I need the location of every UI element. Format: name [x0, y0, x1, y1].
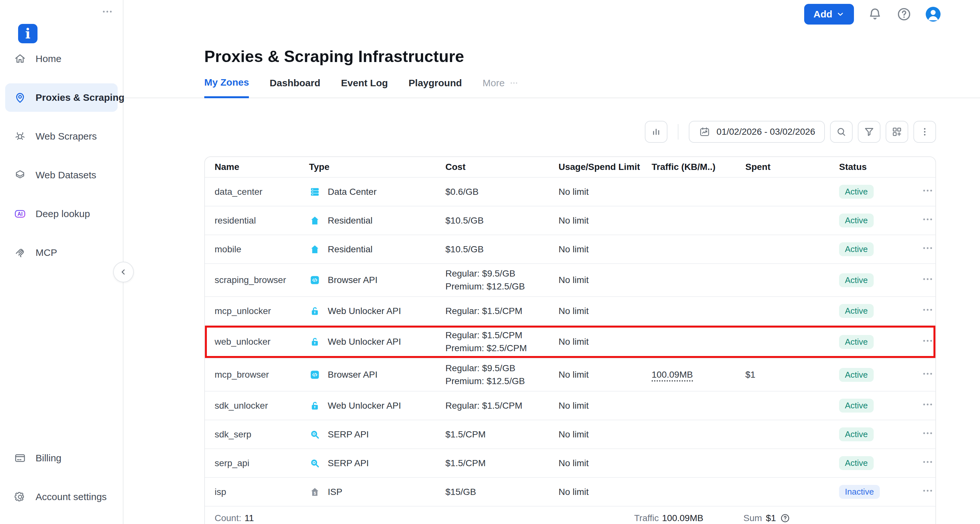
row-menu-button[interactable] [919, 427, 936, 440]
row-menu-button[interactable] [919, 398, 936, 411]
help-button[interactable] [896, 6, 912, 22]
status-badge: Active [839, 242, 873, 256]
sidebar-item-home[interactable]: Home [5, 44, 118, 73]
zone-limit: No limit [558, 187, 652, 197]
table-row[interactable]: mobile Residential $10.5/GB No limit Act… [205, 235, 935, 263]
sidebar-spacer [0, 277, 123, 444]
zone-traffic: 100.09MB [652, 370, 745, 380]
page-title: Proxies & Scraping Infrastructure [204, 47, 980, 66]
zone-cost: Regular: $9.5/GBPremium: $12.5/GB [445, 267, 558, 293]
zone-status: Active [839, 185, 918, 198]
brand-logo[interactable]: i [18, 24, 38, 43]
grid-plus-icon [891, 125, 903, 138]
sum-help-button[interactable] [780, 513, 790, 523]
tab-my-zones[interactable]: My Zones [204, 77, 249, 98]
sidebar-item-deep-lookup[interactable]: AI Deep lookup [5, 200, 118, 228]
location-pin-icon [14, 91, 27, 104]
zone-name[interactable]: mobile [215, 244, 309, 254]
row-menu-button[interactable] [919, 456, 936, 468]
row-menu-button[interactable] [919, 241, 936, 254]
zone-cost: Regular: $1.5/CPMPremium: $2.5/CPM [445, 329, 558, 355]
chevron-left-icon [118, 267, 129, 277]
row-menu-button[interactable] [919, 213, 936, 226]
tab-event-log[interactable]: Event Log [341, 77, 388, 98]
sidebar-item-billing[interactable]: Billing [5, 444, 118, 472]
zone-status: Active [839, 427, 918, 441]
row-menu-button[interactable] [919, 484, 936, 497]
server-icon [309, 186, 321, 198]
table-row[interactable]: web_unlocker Web Unlocker API Regular: $… [205, 325, 935, 358]
tab-playground[interactable]: Playground [409, 77, 462, 98]
sidebar-item-web-scrapers[interactable]: Web Scrapers [5, 122, 118, 151]
zone-name[interactable]: web_unlocker [215, 337, 309, 347]
zone-name[interactable]: mcp_unlocker [215, 306, 309, 316]
zone-cost: $15/GB [445, 486, 558, 499]
svg-text:AI: AI [18, 211, 22, 217]
row-menu-button[interactable] [919, 334, 936, 347]
user-avatar[interactable] [925, 6, 941, 22]
zone-name[interactable]: serp_api [215, 458, 309, 468]
table-toolbar: 01/02/2026 - 03/02/2026 [204, 121, 936, 143]
zone-cost: $10.5/GB [445, 214, 558, 227]
bell-icon [867, 6, 883, 22]
table-menu-button[interactable] [913, 121, 936, 143]
zone-name[interactable]: data_center [215, 187, 309, 197]
date-range-button[interactable]: 01/02/2026 - 03/02/2026 [689, 121, 825, 143]
filter-button[interactable] [858, 121, 880, 143]
tab-dashboard[interactable]: Dashboard [270, 77, 320, 98]
zone-name[interactable]: mcp_browser [215, 370, 309, 380]
tab-more[interactable]: More [482, 77, 519, 98]
zone-limit: No limit [558, 306, 652, 316]
house-icon [309, 215, 321, 227]
notifications-button[interactable] [867, 6, 883, 22]
zone-name[interactable]: sdk_unlocker [215, 400, 309, 411]
footer-count: Count:11 [215, 513, 309, 523]
row-menu-button[interactable] [919, 273, 936, 286]
table-row[interactable]: mcp_browser Browser API Regular: $9.5/GB… [205, 358, 935, 391]
row-menu-button[interactable] [919, 303, 936, 316]
sidebar-item-label: Web Datasets [35, 170, 96, 181]
status-badge: Active [839, 335, 873, 349]
svg-text:$: $ [314, 491, 316, 495]
sidebar-item-label: Home [35, 53, 61, 64]
zone-limit: No limit [558, 216, 652, 226]
chart-view-button[interactable] [645, 121, 667, 143]
sidebar-item-mcp[interactable]: MCP [5, 238, 118, 267]
zone-type: $ ISP [309, 486, 445, 498]
table-row[interactable]: serp_api SERP API $1.5/CPM No limit Acti… [205, 448, 935, 477]
sidebar-item-web-datasets[interactable]: Web Datasets [5, 161, 118, 189]
zone-type: Residential [309, 244, 445, 255]
column-header-limit: Usage/Spend Limit [558, 162, 652, 172]
table-row[interactable]: scraping_browser Browser API Regular: $9… [205, 263, 935, 296]
ellipsis-icon [921, 367, 934, 380]
zone-type: Data Center [309, 186, 445, 198]
search-button[interactable] [830, 121, 853, 143]
sidebar-nav: Home Proxies & Scraping Web Scrapers Web… [0, 44, 123, 277]
column-header-cost: Cost [445, 162, 558, 172]
zone-name[interactable]: sdk_serp [215, 429, 309, 440]
table-row[interactable]: data_center Data Center $0.6/GB No limit… [205, 177, 935, 206]
zone-limit: No limit [558, 244, 652, 254]
table-row[interactable]: residential Residential $10.5/GB No limi… [205, 206, 935, 235]
zone-type: SERP API [309, 457, 445, 469]
column-header-status: Status [839, 162, 918, 172]
table-row[interactable]: mcp_unlocker Web Unlocker API Regular: $… [205, 296, 935, 325]
sidebar-item-account-settings[interactable]: Account settings [5, 483, 118, 511]
zone-name[interactable]: residential [215, 216, 309, 226]
table-row[interactable]: isp $ ISP $15/GB No limit Inactive [205, 477, 935, 506]
column-header-name: Name [215, 162, 309, 172]
customize-columns-button[interactable] [886, 121, 908, 143]
table-row[interactable]: sdk_unlocker Web Unlocker API Regular: $… [205, 391, 935, 420]
row-menu-button[interactable] [919, 184, 936, 197]
zone-limit: No limit [558, 400, 652, 411]
table-row[interactable]: sdk_serp SERP API $1.5/CPM No limit Acti… [205, 420, 935, 448]
zone-limit: No limit [558, 429, 652, 440]
sidebar-item-proxies-scraping[interactable]: Proxies & Scraping [5, 83, 118, 112]
zone-status: Active [839, 456, 918, 470]
zone-name[interactable]: scraping_browser [215, 275, 309, 285]
add-button[interactable]: Add [804, 4, 854, 25]
sidebar-collapse-button[interactable] [113, 262, 134, 283]
row-menu-button[interactable] [919, 367, 936, 380]
sidebar-ellipsis-icon[interactable] [101, 5, 114, 18]
zone-name[interactable]: isp [215, 487, 309, 497]
